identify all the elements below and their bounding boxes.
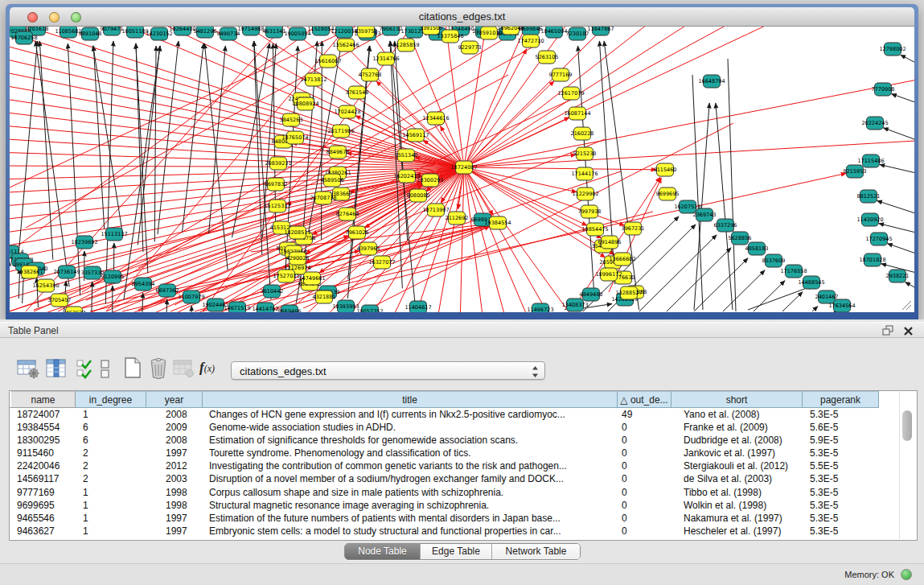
close-panel-icon[interactable] [903, 325, 916, 336]
tab-network-table[interactable]: Network Table [491, 544, 580, 559]
graph-node[interactable]: 13562466 [332, 39, 359, 51]
graph-node[interactable]: 4359759 [355, 27, 378, 38]
graph-node[interactable]: 11496723 [527, 303, 553, 312]
graph-node[interactable]: 10393993 [332, 300, 359, 312]
graph-node[interactable]: 19714988 [237, 27, 264, 35]
graph-node[interactable]: 6914896 [598, 236, 622, 249]
graph-node[interactable]: 8954394 [132, 278, 155, 290]
graph-node[interactable]: 3845263 [280, 113, 303, 126]
graph-node[interactable]: 11229902 [572, 187, 598, 200]
table-row[interactable]: 946554611997Estimation of the future num… [10, 512, 917, 525]
toggle-view-icon[interactable] [100, 359, 113, 381]
window-titlebar[interactable]: citations_edges.txt [10, 7, 914, 27]
graph-node[interactable]: 4397965 [357, 242, 380, 255]
delete-table-icon[interactable] [148, 356, 170, 379]
new-document-icon[interactable] [122, 356, 143, 379]
graph-node[interactable]: 18701828 [859, 253, 885, 266]
graph-node[interactable]: 8849678 [326, 146, 350, 159]
graph-node[interactable]: 4631341 [263, 27, 286, 38]
graph-node[interactable]: 18465094 [540, 27, 567, 38]
table-row[interactable]: 1938455462009Genome-wide association stu… [10, 421, 917, 434]
graph-node[interactable]: 7906132 [380, 27, 403, 35]
column-header-4[interactable]: △ out_de... [618, 391, 671, 408]
graph-node[interactable]: 4858183 [745, 242, 769, 255]
graph-node[interactable]: 4290028 [286, 252, 310, 265]
table-row[interactable]: 2242004622012Investigating the contribut… [10, 459, 917, 472]
column-header-3[interactable]: title [203, 391, 618, 408]
float-panel-icon[interactable] [882, 325, 895, 336]
column-header-0[interactable]: name [11, 391, 76, 408]
graph-node[interactable]: 3610442 [261, 285, 284, 298]
graph-node[interactable]: 5481296 [194, 27, 217, 38]
graph-node[interactable]: 4589506 [321, 174, 344, 187]
table-row[interactable]: 911546021997Tourette syndrome. Phenomeno… [10, 447, 917, 459]
graph-node[interactable]: 9229773 [458, 41, 482, 54]
graph-node[interactable]: 9699695 [656, 187, 680, 200]
graph-node[interactable]: 6697362 [156, 284, 179, 297]
function-builder-icon[interactable]: f(x) [199, 360, 215, 382]
graph-node[interactable]: 8812521 [857, 190, 881, 203]
select-columns-icon[interactable] [76, 357, 97, 380]
graph-node[interactable]: 4752768 [359, 68, 382, 81]
graph-node[interactable]: 7230187 [566, 27, 589, 40]
graph-node[interactable]: 11404617 [405, 301, 431, 312]
scrollbar-thumb[interactable] [902, 410, 912, 441]
graph-node[interactable]: 10264430 [169, 27, 195, 35]
graph-node[interactable]: 10057352 [356, 305, 383, 312]
graph-node[interactable]: 8215953 [844, 165, 867, 178]
graph-node[interactable]: 15125337 [264, 200, 290, 212]
graph-node[interactable]: 15113137 [101, 228, 127, 241]
graph-node[interactable]: 7770908 [872, 83, 895, 96]
graph-node[interactable]: 3705457 [48, 294, 72, 307]
graph-node[interactable]: 3967231 [622, 222, 645, 235]
graph-node[interactable]: 9115460 [654, 163, 677, 176]
graph-node[interactable]: 3761548 [346, 86, 369, 99]
graph-node[interactable]: 2369743 [693, 208, 717, 221]
graph-node[interactable]: 10051189 [121, 27, 148, 38]
graph-node[interactable]: 13847867 [587, 27, 614, 35]
table-row[interactable]: 1872400712008Changes of HCN gene express… [10, 408, 917, 421]
graph-node[interactable]: 2938221 [886, 270, 910, 282]
graph-node[interactable]: 7997938 [578, 205, 602, 218]
column-header-6[interactable]: pagerank [803, 391, 879, 408]
graph-node[interactable]: 9120995 [101, 270, 125, 283]
graph-node[interactable]: 11430920 [856, 213, 883, 226]
graph-node[interactable]: 1551340 [395, 149, 418, 162]
table-row[interactable]: 946362711997Embryonic stem cells: a mode… [10, 525, 917, 538]
graph-node[interactable]: 20839231 [265, 157, 291, 170]
show-column-icon[interactable] [45, 357, 68, 380]
graph-node[interactable]: 16648794 [698, 75, 725, 88]
column-header-1[interactable]: in_degree [76, 391, 146, 408]
column-header-5[interactable]: short [671, 391, 803, 408]
graph-node[interactable]: 2160228 [571, 127, 594, 140]
table-row[interactable]: 977716911998Corpus callosum shape and si… [10, 486, 917, 499]
graph-node[interactable]: 20224245 [861, 117, 888, 130]
graph-node[interactable]: 4321881 [313, 290, 336, 303]
tab-edge-table[interactable]: Edge Table [420, 544, 491, 559]
table-settings-icon[interactable] [16, 357, 40, 380]
graph-node[interactable]: 16327077 [368, 256, 395, 269]
graph-node[interactable]: 9490734 [217, 27, 240, 40]
graph-node[interactable]: 7961026 [346, 226, 369, 239]
table-row[interactable]: 969969511998Structural magnetic resonanc… [10, 499, 917, 512]
graph-node[interactable]: 12798002 [879, 43, 906, 56]
graph-node[interactable]: 8080080 [407, 189, 430, 202]
graph-node[interactable]: 5215238 [573, 147, 597, 160]
tab-node-table[interactable]: Node Table [345, 544, 420, 559]
graph-node[interactable]: 5628856 [729, 232, 752, 245]
network-canvas[interactable]: 3701618110856819891048907947110051189142… [10, 27, 914, 312]
graph-node[interactable]: 5263105 [536, 51, 559, 64]
graph-node[interactable]: 18239692 [71, 236, 97, 249]
table-row[interactable]: 1830029562008Estimation of significance … [10, 434, 917, 447]
column-header-2[interactable]: year [146, 391, 203, 408]
graph-node[interactable]: 9777169 [549, 68, 573, 81]
graph-node[interactable]: 2112692 [446, 212, 469, 225]
graph-node[interactable]: 4849480 [580, 288, 603, 301]
graph-node[interactable]: 17176558 [780, 265, 807, 278]
graph-node[interactable]: 9079471 [101, 27, 124, 35]
graph-node[interactable]: 6337296 [714, 219, 737, 232]
graph-node[interactable]: 6697832 [265, 178, 288, 191]
graph-node[interactable]: 14488545 [798, 276, 824, 289]
table-row[interactable]: 1456911722003Disruption of a novel membe… [10, 472, 917, 485]
graph-node[interactable]: 8276464 [336, 208, 359, 220]
